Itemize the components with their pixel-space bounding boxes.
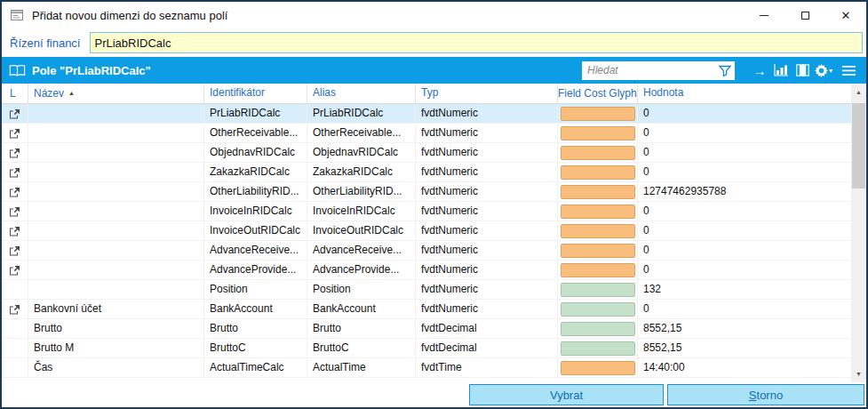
- open-book-icon: [9, 64, 26, 77]
- cell-field-cost-glyph: [558, 261, 638, 279]
- menu-button[interactable]: [838, 59, 859, 82]
- scroll-up-button[interactable]: ▲: [851, 84, 866, 100]
- external-link-icon[interactable]: [9, 245, 20, 256]
- cell-identifikator: BruttoC: [204, 339, 307, 357]
- cell-nazev: [28, 221, 204, 240]
- row-link-cell[interactable]: [2, 339, 28, 357]
- external-link-icon[interactable]: [9, 167, 20, 178]
- row-link-cell[interactable]: [2, 358, 28, 377]
- external-link-icon[interactable]: [9, 128, 20, 139]
- column-header-nazev[interactable]: Název▲: [28, 84, 204, 103]
- table-row[interactable]: InvoiceInRIDCalc InvoiceInRIDCalc fvdtNu…: [2, 202, 851, 221]
- cell-alias: AdvanceReceive...: [307, 241, 416, 260]
- row-link-cell[interactable]: [2, 300, 28, 318]
- cell-hodnota: 0: [638, 124, 851, 142]
- cell-typ: fvdtNumeric: [416, 202, 558, 221]
- cost-glyph-bar: [561, 126, 635, 140]
- cell-identifikator: ZakazkaRIDCalc: [204, 163, 307, 181]
- cell-alias: PrLiabRIDCalc: [307, 104, 416, 123]
- row-link-cell[interactable]: [2, 241, 28, 260]
- cell-nazev: [28, 182, 204, 201]
- row-link-cell[interactable]: [2, 104, 28, 123]
- cell-hodnota: 8552,15: [638, 319, 851, 338]
- cell-hodnota: 14:40:00: [638, 358, 851, 377]
- table-row[interactable]: OtherLiabilityRID... OtherLiabilityRID..…: [2, 182, 851, 202]
- table-row[interactable]: InvoiceOutRIDCalc InvoiceOutRIDCalc fvdt…: [2, 221, 851, 241]
- table-row[interactable]: Bankovní účet BankAccount BankAccount fv…: [2, 300, 851, 319]
- cell-nazev: [28, 163, 204, 181]
- filter-funnel-icon[interactable]: [719, 65, 731, 76]
- external-link-icon[interactable]: [9, 304, 20, 315]
- cell-hodnota: 0: [638, 143, 851, 162]
- cell-typ: fvdtNumeric: [416, 124, 558, 142]
- column-header-field-cost-glyph[interactable]: Field Cost Glyph: [558, 84, 638, 103]
- cell-hodnota: 0: [638, 241, 851, 260]
- row-link-cell[interactable]: [2, 319, 28, 338]
- dialog-button-row: Vybrat Storno: [2, 382, 866, 407]
- cost-glyph-bar: [561, 224, 635, 238]
- external-link-icon[interactable]: [9, 206, 20, 217]
- cost-glyph-bar: [561, 283, 635, 297]
- search-input[interactable]: [587, 64, 719, 76]
- window-controls: ✕: [744, 2, 866, 28]
- cell-field-cost-glyph: [558, 104, 638, 123]
- cell-field-cost-glyph: [558, 241, 638, 260]
- row-link-cell[interactable]: [2, 261, 28, 279]
- row-link-cell[interactable]: [2, 280, 28, 299]
- column-header-identifikator[interactable]: Identifikátor: [204, 84, 307, 103]
- table-row[interactable]: Brutto Brutto Brutto fvdtDecimal 8552,15: [2, 319, 851, 339]
- panel-header: Pole "PrLiabRIDCalc" →: [2, 57, 866, 84]
- cell-typ: fvdtNumeric: [416, 221, 558, 240]
- external-link-icon[interactable]: [9, 148, 20, 158]
- row-link-cell[interactable]: [2, 124, 28, 142]
- close-button[interactable]: ✕: [825, 2, 866, 28]
- table-row[interactable]: AdvanceReceive... AdvanceReceive... fvdt…: [2, 241, 851, 261]
- maximize-button[interactable]: [784, 2, 825, 28]
- cell-identifikator: InvoiceOutRIDCalc: [204, 221, 307, 240]
- scroll-down-button[interactable]: ▼: [851, 366, 866, 381]
- chart-button[interactable]: [770, 59, 792, 82]
- external-link-icon[interactable]: [9, 265, 20, 276]
- minimize-button[interactable]: [744, 2, 784, 28]
- row-link-cell[interactable]: [2, 202, 28, 221]
- cost-glyph-bar: [561, 263, 635, 277]
- columns-button[interactable]: [792, 59, 813, 82]
- column-header-alias[interactable]: Alias: [307, 84, 416, 103]
- external-link-icon[interactable]: [9, 187, 20, 197]
- table-row[interactable]: OtherReceivable... OtherReceivable... fv…: [2, 124, 851, 143]
- row-link-cell[interactable]: [2, 182, 28, 201]
- row-link-cell[interactable]: [2, 221, 28, 240]
- scroll-up-icon: ▲: [856, 89, 862, 95]
- cell-alias: OtherReceivable...: [307, 124, 416, 142]
- search-box[interactable]: [582, 61, 735, 80]
- external-link-icon[interactable]: [9, 108, 20, 119]
- external-link-icon[interactable]: [9, 226, 20, 237]
- panel-title: Pole "PrLiabRIDCalc": [32, 64, 151, 77]
- cell-hodnota: 8552,15: [638, 339, 851, 357]
- export-arrow-button[interactable]: →: [749, 59, 770, 82]
- gear-caret-icon: ▾: [829, 67, 832, 75]
- row-link-cell[interactable]: [2, 163, 28, 181]
- column-header-l[interactable]: L: [2, 84, 28, 103]
- table-row[interactable]: Brutto M BruttoC BruttoC fvdtDecimal 855…: [2, 339, 851, 358]
- column-header-hodnota[interactable]: Hodnota: [638, 84, 851, 103]
- table-row[interactable]: Position Position fvdtNumeric 132: [2, 280, 851, 300]
- dimension-name-input[interactable]: [90, 32, 864, 53]
- table-body: PrLiabRIDCalc PrLiabRIDCalc fvdtNumeric …: [2, 104, 851, 382]
- select-button[interactable]: Vybrat: [469, 384, 664, 405]
- table-row[interactable]: AdvanceProvide... AdvanceProvide... fvdt…: [2, 261, 851, 280]
- column-header-typ[interactable]: Typ: [416, 84, 558, 103]
- table-row[interactable]: ObjednavRIDCalc ObjednavRIDCalc fvdtNume…: [2, 143, 851, 163]
- table-header-row: L Název▲ Identifikátor Alias Typ Field C…: [2, 84, 851, 104]
- table-row[interactable]: PrLiabRIDCalc PrLiabRIDCalc fvdtNumeric …: [2, 104, 851, 124]
- cell-identifikator: InvoiceInRIDCalc: [204, 202, 307, 221]
- table-row[interactable]: ZakazkaRIDCalc ZakazkaRIDCalc fvdtNumeri…: [2, 163, 851, 182]
- cell-nazev: Bankovní účet: [28, 300, 204, 318]
- vertical-scrollbar[interactable]: ▲ ▼: [851, 84, 866, 382]
- scrollbar-thumb[interactable]: [852, 103, 865, 188]
- table-row[interactable]: Čas ActualTimeCalc ActualTime fvdtTime 1…: [2, 358, 851, 378]
- row-link-cell[interactable]: [2, 143, 28, 162]
- cell-identifikator: ObjednavRIDCalc: [204, 143, 307, 162]
- settings-button[interactable]: ▾: [813, 59, 834, 82]
- cancel-button[interactable]: Storno: [667, 384, 864, 405]
